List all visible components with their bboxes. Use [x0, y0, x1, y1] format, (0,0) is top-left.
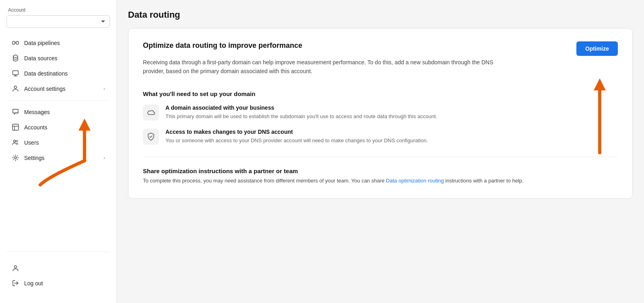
share-section: Share optimization instructions with a p…	[143, 157, 618, 185]
page-title: Data routing	[128, 10, 633, 20]
cloud-icon	[143, 104, 159, 121]
req-domain-desc: This primary domain will be used to esta…	[165, 113, 437, 121]
card-description: Receiving data through a first-party dom…	[143, 58, 505, 76]
sidebar-item-data-sources[interactable]: Data sources	[3, 51, 113, 66]
sidebar-item-settings[interactable]: Settings ›	[3, 150, 113, 165]
sidebar-item-label: Users	[24, 139, 39, 146]
svg-point-6	[14, 86, 17, 88]
data-sources-icon	[11, 55, 19, 61]
chevron-right-icon: ›	[103, 155, 105, 161]
share-description: To complete this process, you may need a…	[143, 177, 618, 185]
data-destinations-icon	[11, 70, 19, 77]
sidebar-item-label: Data sources	[24, 55, 57, 61]
share-title: Share optimization instructions with a p…	[143, 168, 618, 174]
settings-icon	[11, 154, 19, 161]
account-label: Account	[0, 0, 116, 15]
chevron-right-icon: ›	[103, 86, 105, 92]
sidebar-item-label: Accounts	[24, 124, 47, 131]
sidebar-item-label: Data destinations	[24, 70, 68, 77]
logout-icon	[11, 280, 19, 287]
sidebar-item-label: Data pipelines	[24, 40, 60, 46]
requirements-title: What you'll need to set up your domain	[143, 90, 618, 97]
share-link[interactable]: Data optimization routing	[386, 178, 444, 184]
sidebar-item-account-settings[interactable]: Account settings ›	[3, 81, 113, 96]
share-desc-after: instructions with a partner to help.	[444, 178, 524, 184]
sidebar-item-profile[interactable]	[3, 260, 113, 275]
sidebar-item-users[interactable]: Users	[3, 135, 113, 150]
req-dns-title: Access to makes changes to your DNS acco…	[165, 129, 428, 135]
requirement-dns-content: Access to makes changes to your DNS acco…	[165, 129, 428, 145]
nav-divider-bottom	[6, 252, 110, 252]
sidebar-item-logout[interactable]: Log out	[3, 276, 113, 291]
content-card: Optimize data routing to improve perform…	[128, 28, 633, 199]
requirement-dns: Access to makes changes to your DNS acco…	[143, 129, 618, 145]
sidebar-item-accounts[interactable]: Accounts	[3, 120, 113, 135]
sidebar-item-messages[interactable]: Messages	[3, 104, 113, 119]
account-settings-icon	[11, 85, 19, 92]
optimize-button[interactable]: Optimize	[576, 41, 618, 56]
req-domain-title: A domain associated with your business	[165, 104, 437, 111]
requirement-domain: A domain associated with your business T…	[143, 104, 618, 121]
svg-point-11	[16, 140, 18, 142]
shield-icon	[143, 129, 159, 145]
requirement-domain-content: A domain associated with your business T…	[165, 104, 437, 121]
svg-point-13	[14, 266, 17, 268]
users-icon	[11, 139, 19, 146]
sidebar-item-label: Account settings	[24, 86, 66, 92]
account-select[interactable]	[6, 15, 110, 28]
sidebar-item-label: Log out	[24, 280, 43, 287]
sidebar-bottom: Log out	[0, 256, 116, 295]
sidebar-item-label: Settings	[24, 155, 45, 161]
svg-rect-3	[12, 71, 18, 75]
svg-rect-7	[12, 124, 19, 130]
accounts-icon	[11, 124, 19, 131]
main-content: Data routing Optimize data routing to im…	[117, 0, 644, 303]
share-desc-before: To complete this process, you may need a…	[143, 178, 386, 184]
data-pipelines-icon	[11, 39, 19, 46]
req-dns-desc: You or someone with access to your DNS p…	[165, 137, 428, 145]
svg-rect-1	[16, 41, 19, 44]
svg-rect-0	[12, 41, 15, 44]
sidebar-item-data-destinations[interactable]: Data destinations	[3, 66, 113, 81]
profile-icon	[11, 264, 19, 271]
svg-point-12	[14, 157, 17, 159]
svg-point-10	[13, 140, 15, 142]
messages-icon	[11, 109, 19, 115]
sidebar: Account Data pipelines	[0, 0, 117, 303]
card-header: Optimize data routing to improve perform…	[143, 41, 618, 50]
sidebar-item-label: Messages	[24, 109, 50, 115]
sidebar-item-data-pipelines[interactable]: Data pipelines	[3, 35, 113, 50]
nav-divider	[6, 100, 110, 100]
sidebar-nav: Data pipelines Data sources	[0, 35, 116, 248]
